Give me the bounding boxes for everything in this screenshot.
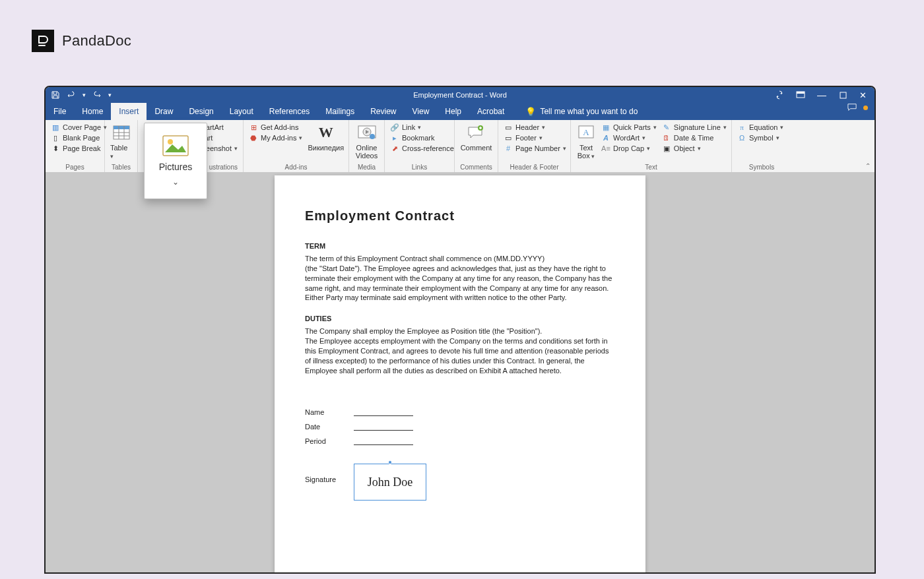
tab-layout[interactable]: Layout [222, 103, 261, 120]
comment-button[interactable]: Comment [461, 123, 492, 152]
document-page: Employment Contract TERM The term of thi… [275, 175, 645, 572]
store-icon: ⊞ [249, 123, 258, 132]
section-term-body: The term of this Employment Contract sha… [305, 254, 615, 303]
tab-insert[interactable]: Insert [111, 103, 147, 120]
wikipedia-icon: W [316, 123, 336, 142]
tab-view[interactable]: View [405, 103, 438, 120]
dropcap-button[interactable]: A≡Drop Cap ▾ [601, 144, 657, 153]
object-icon: ▣ [662, 144, 671, 153]
tab-help[interactable]: Help [437, 103, 469, 120]
datetime-button[interactable]: 🗓Date & Time [662, 133, 727, 142]
tab-acrobat[interactable]: Acrobat [469, 103, 512, 120]
close-button[interactable]: ✕ [859, 90, 867, 100]
undo-dropdown[interactable]: ▾ [82, 92, 86, 98]
field-period-line[interactable] [354, 444, 413, 445]
signature-image-box[interactable]: John Doe [354, 464, 426, 501]
header-button[interactable]: ▭Header ▾ [504, 123, 566, 132]
collapse-ribbon-icon[interactable]: ⌃ [865, 162, 871, 169]
group-text: A Text Box ▦Quick Parts ▾ AWordArt ▾ A≡D… [571, 120, 732, 172]
table-button[interactable]: Table [110, 123, 132, 160]
tab-design[interactable]: Design [181, 103, 221, 120]
field-date-label: Date [305, 423, 342, 431]
svg-rect-2 [840, 92, 846, 98]
object-button[interactable]: ▣Object ▾ [662, 144, 727, 153]
link-icon: 🔗 [390, 123, 399, 132]
wikipedia-button[interactable]: W Википедия [308, 123, 344, 152]
tab-references[interactable]: References [261, 103, 317, 120]
minimize-button[interactable]: — [817, 90, 826, 100]
section-term-head: TERM [305, 242, 615, 250]
ribbon-display-icon[interactable] [796, 90, 805, 100]
tab-review[interactable]: Review [362, 103, 404, 120]
symbol-button[interactable]: ΩSymbol ▾ [737, 133, 783, 142]
quickparts-button[interactable]: ▦Quick Parts ▾ [601, 123, 657, 132]
crossref-icon: ⬈ [390, 144, 399, 153]
pagenumber-button[interactable]: #Page Number ▾ [504, 144, 566, 153]
rotate-handle[interactable] [388, 460, 392, 464]
datetime-icon: 🗓 [662, 133, 671, 142]
field-signature-label: Signature [305, 464, 342, 483]
svg-point-14 [370, 134, 375, 139]
sigline-icon: ✎ [662, 123, 671, 132]
online-videos-button[interactable]: Online Videos [356, 123, 378, 160]
textbox-button[interactable]: A Text Box [576, 123, 596, 160]
pictures-dropdown[interactable]: Pictures ⌄ [144, 123, 207, 199]
pandadoc-logo: PandaDoc [32, 30, 131, 52]
header-icon: ▭ [504, 123, 513, 132]
tab-draw[interactable]: Draw [147, 103, 181, 120]
field-date-line[interactable] [354, 430, 413, 431]
group-comments: Comment Comments [455, 120, 498, 172]
link-button[interactable]: 🔗Link ▾ [390, 123, 454, 132]
pagebreak-icon: ⬍ [51, 144, 60, 153]
document-area[interactable]: Employment Contract TERM The term of thi… [46, 173, 874, 572]
window-title: Employment Contract - Word [413, 91, 507, 99]
title-bar: ▾ ▾ Employment Contract - Word — ✕ [46, 87, 874, 103]
comments-icon[interactable] [847, 103, 857, 112]
group-headerfooter: ▭Header ▾ ▭Footer ▾ #Page Number ▾ Heade… [498, 120, 571, 172]
qat-customize[interactable]: ▾ [108, 92, 112, 98]
save-icon[interactable] [51, 90, 60, 100]
tab-mailings[interactable]: Mailings [317, 103, 362, 120]
my-addins-button[interactable]: ⬣My Add-ins ▾ [249, 133, 302, 142]
svg-rect-18 [163, 136, 188, 156]
equation-button[interactable]: πEquation ▾ [737, 123, 783, 132]
get-addins-button[interactable]: ⊞Get Add-ins [249, 123, 302, 132]
undo-icon[interactable] [67, 90, 76, 100]
tellme-search[interactable]: 💡 Tell me what you want to do [525, 103, 638, 120]
simplify-ribbon-icon[interactable] [775, 90, 784, 100]
footer-button[interactable]: ▭Footer ▾ [504, 133, 566, 142]
group-symbols: πEquation ▾ ΩSymbol ▾ Symbols [732, 120, 791, 172]
share-indicator[interactable] [863, 106, 868, 110]
field-period-label: Period [305, 437, 342, 445]
group-links: 🔗Link ▾ ▸Bookmark ⬈Cross-reference Links [385, 120, 455, 172]
maximize-button[interactable] [838, 90, 847, 100]
svg-text:A: A [583, 127, 589, 137]
pandadoc-logo-icon [32, 30, 54, 52]
svg-point-19 [168, 139, 173, 144]
chevron-down-icon: ⌄ [172, 177, 179, 187]
wordart-icon: A [601, 133, 610, 142]
signature-fields: Name Date Period Signature John Doe [305, 408, 615, 501]
sigline-button[interactable]: ✎Signature Line ▾ [662, 123, 727, 132]
pictures-label: Pictures [159, 162, 193, 172]
field-name-line[interactable] [354, 415, 413, 416]
bookmark-button[interactable]: ▸Bookmark [390, 133, 454, 142]
table-icon [112, 123, 131, 142]
dropcap-icon: A≡ [601, 144, 610, 153]
group-media: Online Videos Media [349, 120, 385, 172]
quickparts-icon: ▦ [601, 123, 610, 132]
svg-rect-4 [114, 126, 129, 129]
blank-page-button[interactable]: ▯Blank Page [51, 133, 107, 142]
group-pages: ▥Cover Page ▾ ▯Blank Page ⬍Page Break Pa… [46, 120, 105, 172]
group-tables: Table Tables [105, 120, 138, 172]
section-duties-body: The Company shall employ the Employee as… [305, 326, 615, 375]
tab-home[interactable]: Home [74, 103, 111, 120]
pandadoc-logo-text: PandaDoc [62, 32, 131, 49]
pagenum-icon: # [504, 144, 513, 153]
tab-file[interactable]: File [46, 103, 74, 120]
cover-page-button[interactable]: ▥Cover Page ▾ [51, 123, 107, 132]
wordart-button[interactable]: AWordArt ▾ [601, 133, 657, 142]
redo-icon[interactable] [92, 90, 102, 100]
crossref-button[interactable]: ⬈Cross-reference [390, 144, 454, 153]
page-break-button[interactable]: ⬍Page Break [51, 144, 107, 153]
